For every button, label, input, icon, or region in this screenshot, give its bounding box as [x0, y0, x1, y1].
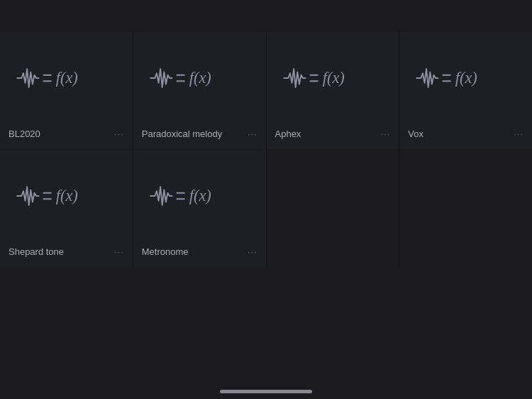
grid-item-empty: [267, 150, 399, 267]
grid-item-name: Paradoxical melody: [142, 129, 222, 139]
waveform-icon: f(x): [148, 57, 252, 99]
waveform-icon: f(x): [281, 57, 385, 99]
grid-item-thumbnail: f(x): [267, 32, 399, 124]
grid-item-thumbnail: f(x): [133, 32, 266, 124]
grid-item[interactable]: f(x) Paradoxical melody···: [133, 32, 266, 149]
grid-item-thumbnail: f(x): [133, 150, 266, 242]
grid-item-thumbnail: f(x): [399, 32, 532, 124]
svg-text:f(x): f(x): [455, 69, 477, 87]
grid-item-more-button[interactable]: ···: [248, 129, 257, 139]
grid-item-more-button[interactable]: ···: [514, 129, 523, 139]
grid-item-name: Vox: [408, 129, 423, 139]
grid-item[interactable]: f(x) BL2020···: [0, 32, 133, 149]
grid-item[interactable]: f(x) Aphex···: [267, 32, 399, 149]
grid-row1: f(x) BL2020··· f(x) Paradoxical melody··…: [0, 32, 532, 149]
grid-item-label-row: Aphex···: [267, 124, 399, 149]
grid-item[interactable]: f(x) Shepard tone···: [0, 150, 133, 267]
grid-item-more-button[interactable]: ···: [380, 129, 390, 139]
grid-item-name: Metronome: [142, 246, 189, 257]
grid-item-label-row: Metronome···: [133, 242, 266, 267]
svg-text:f(x): f(x): [189, 187, 211, 204]
grid-item-more-button[interactable]: ···: [248, 246, 257, 257]
waveform-icon: f(x): [414, 57, 518, 99]
grid-item-label-row: Paradoxical melody···: [133, 124, 266, 149]
grid-item-label-row: Vox···: [399, 124, 532, 149]
grid-item-thumbnail: f(x): [0, 32, 133, 124]
svg-text:f(x): f(x): [189, 69, 211, 87]
grid-item-thumbnail: f(x): [0, 150, 133, 242]
grid-item-label-row: Shepard tone···: [0, 242, 133, 267]
grid-row2: f(x) Shepard tone··· f(x) Metronome···: [0, 150, 532, 267]
grid-item[interactable]: f(x) Vox···: [399, 32, 532, 149]
waveform-icon: f(x): [14, 175, 118, 217]
header: [0, 0, 532, 31]
grid-item-empty: [399, 150, 532, 267]
grid-item[interactable]: f(x) Metronome···: [133, 150, 266, 267]
svg-text:f(x): f(x): [56, 69, 78, 87]
grid-item-more-button[interactable]: ···: [114, 246, 124, 257]
grid-item-name: BL2020: [9, 129, 40, 139]
waveform-icon: f(x): [14, 57, 118, 99]
svg-text:f(x): f(x): [322, 69, 344, 87]
svg-text:f(x): f(x): [56, 187, 78, 204]
grid-item-name: Shepard tone: [9, 246, 64, 257]
home-indicator: [220, 390, 312, 393]
waveform-icon: f(x): [148, 175, 252, 217]
grid-item-name: Aphex: [275, 129, 301, 139]
grid-item-label-row: BL2020···: [0, 124, 133, 149]
grid-item-more-button[interactable]: ···: [114, 129, 124, 139]
